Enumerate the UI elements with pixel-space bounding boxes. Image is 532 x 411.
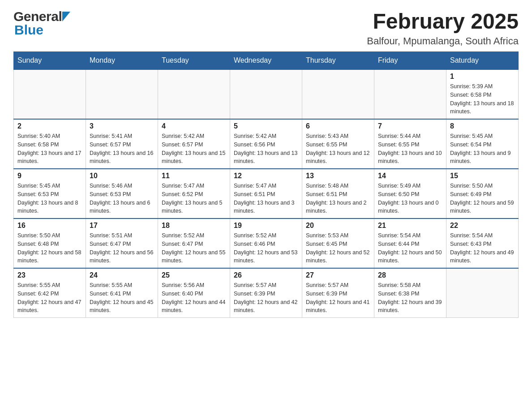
day-info: Sunrise: 5:45 AM Sunset: 6:54 PM Dayligh…: [450, 132, 515, 166]
calendar-table: Sunday Monday Tuesday Wednesday Thursday…: [13, 51, 519, 318]
col-sunday: Sunday: [14, 52, 86, 70]
calendar-day-cell: 22Sunrise: 5:54 AM Sunset: 6:43 PM Dayli…: [446, 218, 519, 268]
page-header: General Blue February 2025 Balfour, Mpum…: [13, 9, 519, 47]
day-number: 10: [90, 172, 154, 180]
day-number: 16: [17, 222, 82, 230]
day-number: 4: [162, 122, 226, 130]
day-number: 7: [378, 122, 442, 130]
calendar-day-cell: 26Sunrise: 5:57 AM Sunset: 6:39 PM Dayli…: [230, 268, 302, 318]
day-info: Sunrise: 5:56 AM Sunset: 6:40 PM Dayligh…: [162, 281, 226, 315]
day-info: Sunrise: 5:43 AM Sunset: 6:55 PM Dayligh…: [306, 132, 370, 166]
day-info: Sunrise: 5:51 AM Sunset: 6:47 PM Dayligh…: [90, 231, 154, 265]
calendar-day-cell: 11Sunrise: 5:47 AM Sunset: 6:52 PM Dayli…: [158, 169, 230, 218]
day-info: Sunrise: 5:39 AM Sunset: 6:58 PM Dayligh…: [450, 82, 515, 116]
day-number: 3: [90, 122, 154, 130]
calendar-day-cell: 5Sunrise: 5:42 AM Sunset: 6:56 PM Daylig…: [230, 119, 302, 169]
day-info: Sunrise: 5:42 AM Sunset: 6:56 PM Dayligh…: [234, 132, 298, 166]
title-block: February 2025 Balfour, Mpumalanga, South…: [367, 9, 519, 47]
calendar-day-cell: [230, 69, 302, 119]
calendar-day-cell: 17Sunrise: 5:51 AM Sunset: 6:47 PM Dayli…: [86, 218, 158, 268]
calendar-day-cell: 4Sunrise: 5:42 AM Sunset: 6:57 PM Daylig…: [158, 119, 230, 169]
logo-blue-text: Blue: [14, 22, 43, 37]
location-subtitle: Balfour, Mpumalanga, South Africa: [367, 35, 519, 47]
day-number: 23: [17, 271, 82, 279]
day-number: 17: [90, 222, 154, 230]
calendar-day-cell: 24Sunrise: 5:55 AM Sunset: 6:41 PM Dayli…: [86, 268, 158, 318]
day-info: Sunrise: 5:47 AM Sunset: 6:51 PM Dayligh…: [234, 182, 298, 215]
month-title: February 2025: [367, 9, 519, 34]
calendar-day-cell: 8Sunrise: 5:45 AM Sunset: 6:54 PM Daylig…: [446, 119, 519, 169]
calendar-day-cell: 9Sunrise: 5:45 AM Sunset: 6:53 PM Daylig…: [14, 169, 86, 218]
calendar-day-cell: 14Sunrise: 5:49 AM Sunset: 6:50 PM Dayli…: [374, 169, 446, 218]
day-number: 1: [450, 73, 515, 81]
day-info: Sunrise: 5:41 AM Sunset: 6:57 PM Dayligh…: [90, 132, 154, 166]
logo-triangle-icon: [62, 12, 70, 23]
col-saturday: Saturday: [446, 52, 519, 70]
calendar-day-cell: [446, 268, 519, 318]
day-info: Sunrise: 5:50 AM Sunset: 6:49 PM Dayligh…: [450, 182, 515, 215]
calendar-header-row: Sunday Monday Tuesday Wednesday Thursday…: [14, 52, 519, 70]
day-number: 11: [162, 172, 226, 180]
calendar-day-cell: 15Sunrise: 5:50 AM Sunset: 6:49 PM Dayli…: [446, 169, 519, 218]
day-info: Sunrise: 5:40 AM Sunset: 6:58 PM Dayligh…: [17, 132, 82, 166]
day-info: Sunrise: 5:49 AM Sunset: 6:50 PM Dayligh…: [378, 182, 442, 215]
calendar-day-cell: 16Sunrise: 5:50 AM Sunset: 6:48 PM Dayli…: [14, 218, 86, 268]
day-info: Sunrise: 5:53 AM Sunset: 6:45 PM Dayligh…: [306, 231, 370, 265]
day-number: 5: [234, 122, 298, 130]
calendar-week-row: 2Sunrise: 5:40 AM Sunset: 6:58 PM Daylig…: [14, 119, 519, 169]
col-tuesday: Tuesday: [158, 52, 230, 70]
day-number: 2: [17, 122, 82, 130]
calendar-day-cell: 25Sunrise: 5:56 AM Sunset: 6:40 PM Dayli…: [158, 268, 230, 318]
day-number: 14: [378, 172, 442, 180]
day-number: 19: [234, 222, 298, 230]
calendar-week-row: 23Sunrise: 5:55 AM Sunset: 6:42 PM Dayli…: [14, 268, 519, 318]
day-number: 8: [450, 122, 515, 130]
calendar-day-cell: 2Sunrise: 5:40 AM Sunset: 6:58 PM Daylig…: [14, 119, 86, 169]
day-number: 22: [450, 222, 515, 230]
calendar-day-cell: 19Sunrise: 5:52 AM Sunset: 6:46 PM Dayli…: [230, 218, 302, 268]
calendar-day-cell: 6Sunrise: 5:43 AM Sunset: 6:55 PM Daylig…: [302, 119, 374, 169]
day-info: Sunrise: 5:55 AM Sunset: 6:41 PM Dayligh…: [90, 281, 154, 315]
svg-marker-0: [62, 12, 70, 21]
day-info: Sunrise: 5:44 AM Sunset: 6:55 PM Dayligh…: [378, 132, 442, 166]
day-number: 18: [162, 222, 226, 230]
calendar-day-cell: [374, 69, 446, 119]
day-number: 13: [306, 172, 370, 180]
calendar-day-cell: [86, 69, 158, 119]
day-info: Sunrise: 5:50 AM Sunset: 6:48 PM Dayligh…: [17, 231, 82, 265]
col-wednesday: Wednesday: [230, 52, 302, 70]
col-friday: Friday: [374, 52, 446, 70]
calendar-day-cell: 27Sunrise: 5:57 AM Sunset: 6:39 PM Dayli…: [302, 268, 374, 318]
day-info: Sunrise: 5:55 AM Sunset: 6:42 PM Dayligh…: [17, 281, 82, 315]
calendar-day-cell: [158, 69, 230, 119]
logo-general-text: General: [13, 9, 62, 24]
day-number: 27: [306, 271, 370, 279]
calendar-day-cell: 12Sunrise: 5:47 AM Sunset: 6:51 PM Dayli…: [230, 169, 302, 218]
day-number: 20: [306, 222, 370, 230]
calendar-day-cell: 28Sunrise: 5:58 AM Sunset: 6:38 PM Dayli…: [374, 268, 446, 318]
day-info: Sunrise: 5:48 AM Sunset: 6:51 PM Dayligh…: [306, 182, 370, 215]
col-monday: Monday: [86, 52, 158, 70]
day-info: Sunrise: 5:57 AM Sunset: 6:39 PM Dayligh…: [234, 281, 298, 315]
calendar-day-cell: 20Sunrise: 5:53 AM Sunset: 6:45 PM Dayli…: [302, 218, 374, 268]
day-info: Sunrise: 5:54 AM Sunset: 6:43 PM Dayligh…: [450, 231, 515, 265]
calendar-day-cell: 18Sunrise: 5:52 AM Sunset: 6:47 PM Dayli…: [158, 218, 230, 268]
calendar-day-cell: 13Sunrise: 5:48 AM Sunset: 6:51 PM Dayli…: [302, 169, 374, 218]
day-number: 28: [378, 271, 442, 279]
day-number: 9: [17, 172, 82, 180]
calendar-day-cell: [302, 69, 374, 119]
calendar-day-cell: 7Sunrise: 5:44 AM Sunset: 6:55 PM Daylig…: [374, 119, 446, 169]
calendar-day-cell: 10Sunrise: 5:46 AM Sunset: 6:53 PM Dayli…: [86, 169, 158, 218]
calendar-day-cell: [14, 69, 86, 119]
day-info: Sunrise: 5:46 AM Sunset: 6:53 PM Dayligh…: [90, 182, 154, 215]
day-info: Sunrise: 5:58 AM Sunset: 6:38 PM Dayligh…: [378, 281, 442, 315]
calendar-day-cell: 23Sunrise: 5:55 AM Sunset: 6:42 PM Dayli…: [14, 268, 86, 318]
day-number: 26: [234, 271, 298, 279]
day-number: 24: [90, 271, 154, 279]
calendar-day-cell: 21Sunrise: 5:54 AM Sunset: 6:44 PM Dayli…: [374, 218, 446, 268]
day-number: 15: [450, 172, 515, 180]
day-number: 12: [234, 172, 298, 180]
day-info: Sunrise: 5:45 AM Sunset: 6:53 PM Dayligh…: [17, 182, 82, 215]
day-number: 6: [306, 122, 370, 130]
calendar-day-cell: 1Sunrise: 5:39 AM Sunset: 6:58 PM Daylig…: [446, 69, 519, 119]
